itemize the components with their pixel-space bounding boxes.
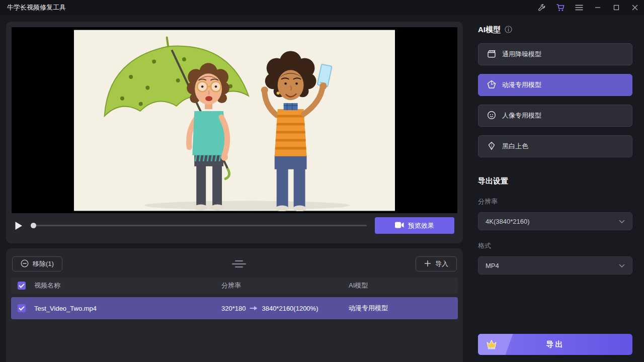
maximize-icon[interactable] <box>607 0 625 15</box>
model-button-colorize[interactable]: 黑白上色 <box>478 135 632 157</box>
cart-icon[interactable] <box>551 0 570 15</box>
plus-icon <box>424 260 431 268</box>
colorize-diamond-icon <box>487 141 496 152</box>
row-video-name: Test_Video_Two.mp4 <box>34 305 221 312</box>
resolution-value: 4K(3840*2160) <box>486 218 529 225</box>
player-controls: 预览效果 <box>12 213 457 238</box>
titlebar-controls <box>532 0 644 15</box>
row-resolution: 320*180 3840*2160(1200%) <box>221 305 349 312</box>
export-settings-heading: 导出设置 <box>478 176 632 186</box>
export-settings-title: 导出设置 <box>478 176 508 186</box>
portrait-face-icon <box>487 111 496 121</box>
select-all-checkbox[interactable] <box>18 282 26 290</box>
settings-sidebar: AI模型 通用降噪模型 动漫专用模型 人像专用模型 <box>463 15 644 362</box>
crown-icon <box>486 339 498 351</box>
header-ai-model: AI模型 <box>349 281 458 290</box>
info-icon[interactable] <box>505 26 512 35</box>
minus-circle-icon <box>21 259 29 269</box>
row-checkbox[interactable] <box>18 304 26 312</box>
format-value: MP4 <box>486 262 499 269</box>
titlebar: 牛学长视频修复工具 <box>0 0 644 15</box>
model-button-anime[interactable]: 动漫专用模型 <box>478 74 632 96</box>
import-button[interactable]: 导入 <box>416 256 457 272</box>
play-button[interactable] <box>15 221 23 230</box>
resolution-to: 3840*2160(1200%) <box>262 305 318 312</box>
table-row[interactable]: Test_Video_Two.mp4 320*180 3840*2160(120… <box>11 297 458 319</box>
model-label: 通用降噪模型 <box>502 50 541 59</box>
player-panel: 预览效果 <box>6 22 463 243</box>
resolution-from: 320*180 <box>221 305 246 312</box>
close-icon[interactable] <box>625 0 644 15</box>
collapse-handle-icon[interactable] <box>228 258 250 269</box>
file-toolbar: 移除(1) 导入 <box>11 253 458 275</box>
ai-model-title: AI模型 <box>478 25 501 35</box>
chevron-down-icon <box>619 218 625 225</box>
model-label: 动漫专用模型 <box>502 80 541 89</box>
minimize-icon[interactable] <box>588 0 607 15</box>
model-button-general-denoise[interactable]: 通用降噪模型 <box>478 43 632 65</box>
menu-icon[interactable] <box>570 0 588 15</box>
app-title: 牛学长视频修复工具 <box>7 3 66 12</box>
header-resolution: 分辨率 <box>221 281 349 290</box>
ai-model-heading: AI模型 <box>478 25 632 35</box>
clapperboard-icon <box>487 49 496 60</box>
format-label: 格式 <box>478 241 632 250</box>
import-button-label: 导入 <box>435 259 448 268</box>
row-ai-model: 动漫专用模型 <box>349 304 458 313</box>
header-video-name: 视频名称 <box>34 281 221 290</box>
export-button-label: 导出 <box>546 340 565 349</box>
remove-button-label: 移除(1) <box>33 259 54 268</box>
model-button-portrait[interactable]: 人像专用模型 <box>478 105 632 127</box>
repair-tool-icon[interactable] <box>532 0 551 15</box>
format-dropdown[interactable]: MP4 <box>478 256 632 275</box>
remove-button[interactable]: 移除(1) <box>12 256 62 272</box>
model-label: 黑白上色 <box>502 142 528 151</box>
progress-slider[interactable] <box>31 225 367 226</box>
video-preview <box>12 27 457 213</box>
slider-thumb[interactable] <box>31 223 36 228</box>
chevron-down-icon <box>619 262 625 269</box>
resolution-label: 分辨率 <box>478 197 632 206</box>
file-list-panel: 移除(1) 导入 视频名称 分辨率 AI模型 <box>6 248 463 362</box>
video-frame-image <box>74 30 395 211</box>
main-area: 预览效果 移除(1) 导入 <box>6 22 463 362</box>
table-header: 视频名称 分辨率 AI模型 <box>11 278 458 294</box>
model-label: 人像专用模型 <box>502 111 541 120</box>
anime-pentagon-icon <box>487 80 496 90</box>
resolution-dropdown[interactable]: 4K(3840*2160) <box>478 212 632 230</box>
preview-effect-label: 预览效果 <box>408 221 434 230</box>
video-camera-icon <box>395 222 404 230</box>
preview-effect-button[interactable]: 预览效果 <box>375 217 454 234</box>
arrow-right-icon <box>250 305 258 312</box>
export-button[interactable]: 导出 <box>478 334 632 355</box>
